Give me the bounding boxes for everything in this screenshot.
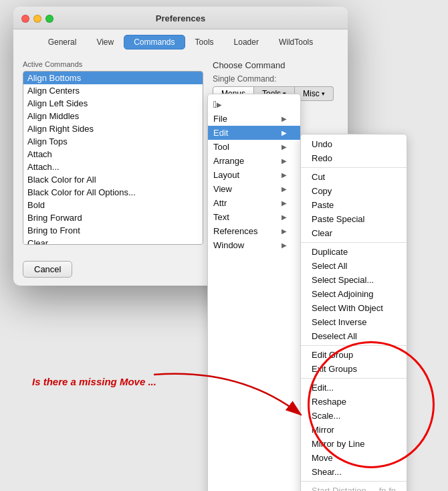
submenu-item-exit-groups[interactable]: Exit Groups [301, 362, 407, 376]
submenu-item-mirror[interactable]: Mirror [301, 423, 407, 437]
submenu-item-mirror-by-line[interactable]: Mirror by Line [301, 437, 407, 451]
list-item[interactable]: Bring to Front [23, 224, 203, 237]
list-item[interactable]: Align Right Sides [23, 122, 203, 135]
list-item[interactable]: Align Bottoms [23, 72, 203, 84]
cancel-button[interactable]: Cancel [23, 261, 72, 278]
separator [301, 167, 407, 168]
list-item[interactable]: Black Color for All [23, 173, 203, 186]
submenu-item-reshape[interactable]: Reshape [301, 395, 407, 409]
submenu-item-scale[interactable]: Scale... [301, 409, 407, 423]
submenu-item-select-all[interactable]: Select All [301, 259, 407, 273]
tab-general[interactable]: General [38, 35, 87, 50]
title-bar: Preferences [13, 7, 348, 29]
list-item[interactable]: Align Centers [23, 84, 203, 97]
submenu-arrow: ▶ [282, 227, 287, 235]
submenu-item-edit[interactable]: Edit... [301, 381, 407, 395]
minimize-button[interactable] [33, 15, 41, 23]
separator [301, 378, 407, 379]
tab-commands[interactable]: Commands [124, 35, 185, 50]
list-item[interactable]: Align Middles [23, 110, 203, 122]
menu-item-window[interactable]: Window ▶ [208, 238, 300, 252]
submenu-item-move[interactable]: Move [301, 451, 407, 465]
submenu-arrow: ▶ [282, 199, 287, 207]
submenu-arrow: ▶ [282, 115, 287, 122]
submenu-item-fn-fn: fn fn [379, 486, 396, 491]
submenu-arrow: ▶ [282, 171, 287, 179]
tab-bar: General View Commands Tools Loader WildT… [13, 29, 348, 54]
list-item[interactable]: Clear [23, 237, 203, 245]
menu-item-edit[interactable]: Edit ▶ [208, 126, 300, 140]
menu-item-view[interactable]: View ▶ [208, 182, 300, 196]
single-command-label: Single Command: [213, 74, 338, 84]
list-item[interactable]: Bold [23, 199, 203, 211]
list-item[interactable]: Align Tops [23, 135, 203, 148]
separator [301, 345, 407, 346]
list-item[interactable]: Bring Forward [23, 211, 203, 224]
choose-command-label: Choose Command [213, 60, 338, 70]
tab-view[interactable]: View [86, 35, 124, 50]
tab-wildtools[interactable]: WildTools [269, 35, 323, 50]
submenu-arrow: ▶ [217, 101, 222, 108]
left-panel: Active Commands Align Bottoms Align Cent… [23, 60, 203, 245]
submenu-item-start-dictation: Start Dictation... [312, 486, 373, 491]
submenu-item-shear[interactable]: Shear... [301, 465, 407, 479]
submenu-item-deselect-all[interactable]: Deselect All [301, 329, 407, 343]
submenu-item-redo[interactable]: Redo [301, 151, 407, 165]
submenu-item-paste[interactable]: Paste [301, 198, 407, 212]
menu-item-tool[interactable]: Tool ▶ [208, 140, 300, 154]
menu-item-apple[interactable]:  ▶ [208, 97, 300, 112]
menu-item-file[interactable]: File ▶ [208, 112, 300, 126]
submenu-arrow: ▶ [282, 185, 287, 193]
dropdown-container:  ▶ File ▶ Edit ▶ Tool ▶ Arrange ▶ Layou… [207, 94, 407, 491]
submenu-arrow: ▶ [282, 129, 287, 136]
list-item[interactable]: Attach... [23, 161, 203, 173]
separator [301, 481, 407, 482]
window-title: Preferences [156, 13, 205, 23]
active-commands-list[interactable]: Align Bottoms Align Centers Align Left S… [23, 71, 203, 245]
list-item[interactable]: Align Left Sides [23, 97, 203, 110]
submenu-arrow: ▶ [282, 213, 287, 221]
menu-item-references[interactable]: References ▶ [208, 224, 300, 238]
submenu-item-paste-special[interactable]: Paste Special [301, 212, 407, 226]
submenu-item-clear[interactable]: Clear [301, 226, 407, 240]
menu-item-text[interactable]: Text ▶ [208, 210, 300, 224]
submenu-item-select-special[interactable]: Select Special... [301, 273, 407, 287]
tab-tools[interactable]: Tools [185, 35, 224, 50]
submenu-item-copy[interactable]: Copy [301, 184, 407, 198]
submenu-item-edit-group[interactable]: Edit Group [301, 348, 407, 362]
edit-submenu: Undo Redo Cut Copy Paste Paste Special C… [300, 134, 407, 491]
list-item[interactable]: Black Color for All Options... [23, 186, 203, 199]
submenu-item-dictation-row[interactable]: Start Dictation... fn fn [301, 484, 407, 491]
submenu-item-select-inverse[interactable]: Select Inverse [301, 315, 407, 329]
menu-item-layout[interactable]: Layout ▶ [208, 168, 300, 182]
window-controls [21, 15, 53, 23]
submenu-item-cut[interactable]: Cut [301, 170, 407, 184]
maximize-button[interactable] [45, 15, 53, 23]
submenu-arrow: ▶ [282, 143, 287, 151]
submenu-arrow: ▶ [282, 241, 287, 249]
close-button[interactable] [21, 15, 29, 23]
submenu-item-select-adjoining[interactable]: Select Adjoining [301, 287, 407, 301]
submenu-item-duplicate[interactable]: Duplicate [301, 245, 407, 259]
menu-item-attr[interactable]: Attr ▶ [208, 196, 300, 210]
separator [301, 242, 407, 243]
active-commands-label: Active Commands [23, 60, 203, 68]
tab-loader[interactable]: Loader [224, 35, 269, 50]
menu-item-arrange[interactable]: Arrange ▶ [208, 154, 300, 168]
list-item[interactable]: Attach [23, 148, 203, 161]
menu-dropdown:  ▶ File ▶ Edit ▶ Tool ▶ Arrange ▶ Layou… [207, 94, 301, 491]
annotation-text: Is there a missing Move ... [32, 376, 156, 387]
submenu-arrow: ▶ [282, 157, 287, 165]
submenu-item-undo[interactable]: Undo [301, 137, 407, 151]
submenu-item-select-with-object[interactable]: Select With Object [301, 301, 407, 315]
